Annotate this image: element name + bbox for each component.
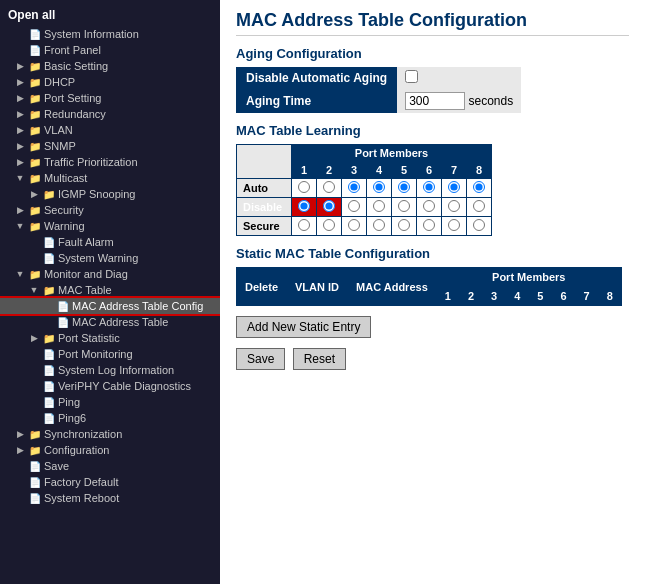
doc-icon: 📄: [29, 461, 41, 472]
port-num-8: 8: [467, 162, 492, 179]
doc-icon: 📄: [57, 301, 69, 312]
sidebar-item-save[interactable]: 📄Save: [0, 458, 220, 474]
sidebar-item-label: Ping: [58, 396, 80, 408]
folder-icon: 📁: [29, 269, 41, 280]
doc-icon: 📄: [43, 237, 55, 248]
sidebar-item-system-reboot[interactable]: 📄System Reboot: [0, 490, 220, 506]
sidebar-open-all[interactable]: Open all: [0, 4, 220, 26]
auto-port1-radio[interactable]: [298, 181, 310, 193]
sidebar-item-label: Save: [44, 460, 69, 472]
port-num-7: 7: [442, 162, 467, 179]
sidebar-item-veriphy[interactable]: 📄VeriPHY Cable Diagnostics: [0, 378, 220, 394]
sidebar-item-system-warning[interactable]: 📄System Warning: [0, 250, 220, 266]
sidebar-item-port-setting[interactable]: ▶📁Port Setting: [0, 90, 220, 106]
aging-time-input[interactable]: [405, 92, 465, 110]
auto-port2-radio[interactable]: [323, 181, 335, 193]
secure-port7-radio[interactable]: [448, 219, 460, 231]
auto-label: Auto: [237, 179, 292, 198]
add-entry-button[interactable]: Add New Static Entry: [236, 316, 371, 338]
sidebar-item-mac-addr-table-config[interactable]: 📄MAC Address Table Config: [0, 298, 220, 314]
sidebar-item-front-panel[interactable]: 📄Front Panel: [0, 42, 220, 58]
save-button[interactable]: Save: [236, 348, 285, 370]
sidebar-item-synchronization[interactable]: ▶📁Synchronization: [0, 426, 220, 442]
disable-port5-radio[interactable]: [398, 200, 410, 212]
sidebar-item-warning[interactable]: ▼📁Warning: [0, 218, 220, 234]
sidebar-item-port-statistic[interactable]: ▶📁Port Statistic: [0, 330, 220, 346]
disable-port7-radio[interactable]: [448, 200, 460, 212]
disable-port6-radio[interactable]: [423, 200, 435, 212]
auto-port7-radio[interactable]: [448, 181, 460, 193]
sidebar-item-redundancy[interactable]: ▶📁Redundancy: [0, 106, 220, 122]
disable-port2-radio[interactable]: [323, 200, 335, 212]
sidebar-item-snmp[interactable]: ▶📁SNMP: [0, 138, 220, 154]
folder-icon: 📁: [29, 109, 41, 120]
sidebar-item-traffic-prio[interactable]: ▶📁Traffic Prioritization: [0, 154, 220, 170]
sidebar-item-dhcp[interactable]: ▶📁DHCP: [0, 74, 220, 90]
sidebar-item-vlan[interactable]: ▶📁VLAN: [0, 122, 220, 138]
disable-port1-radio[interactable]: [298, 200, 310, 212]
sidebar-item-ping6[interactable]: 📄Ping6: [0, 410, 220, 426]
sidebar-item-label: MAC Address Table: [72, 316, 168, 328]
disable-aging-label: Disable Automatic Aging: [236, 67, 397, 89]
disable-port3-radio[interactable]: [348, 200, 360, 212]
expand-icon: ▶: [14, 445, 26, 455]
expand-icon: ▶: [14, 61, 26, 71]
sidebar-item-system-info[interactable]: 📄System Information: [0, 26, 220, 42]
sidebar-item-basic-setting[interactable]: ▶📁Basic Setting: [0, 58, 220, 74]
secure-port3-radio[interactable]: [348, 219, 360, 231]
auto-port3-radio[interactable]: [348, 181, 360, 193]
secure-port1-radio[interactable]: [298, 219, 310, 231]
secure-port8-radio[interactable]: [473, 219, 485, 231]
aging-time-value: seconds: [397, 89, 521, 113]
auto-port6-radio[interactable]: [423, 181, 435, 193]
static-port-8: 8: [598, 287, 621, 306]
sidebar-item-fault-alarm[interactable]: 📄Fault Alarm: [0, 234, 220, 250]
static-vlan-header: VLAN ID: [287, 268, 348, 306]
disable-label: Disable: [237, 198, 292, 217]
learning-section-title: MAC Table Learning: [236, 123, 629, 138]
static-delete-header: Delete: [237, 268, 287, 306]
sidebar-item-multicast[interactable]: ▼📁Multicast: [0, 170, 220, 186]
folder-icon: 📁: [29, 445, 41, 456]
sidebar-item-mac-addr-table[interactable]: 📄MAC Address Table: [0, 314, 220, 330]
secure-port6-radio[interactable]: [423, 219, 435, 231]
sidebar-item-security[interactable]: ▶📁Security: [0, 202, 220, 218]
sidebar-item-label: MAC Address Table Config: [72, 300, 203, 312]
learning-disable-row: Disable: [237, 198, 492, 217]
doc-icon: 📄: [43, 349, 55, 360]
auto-port5-radio[interactable]: [398, 181, 410, 193]
expand-icon: ▼: [14, 221, 26, 231]
sidebar-item-port-monitoring[interactable]: 📄Port Monitoring: [0, 346, 220, 362]
sidebar-item-mac-table[interactable]: ▼📁MAC Table: [0, 282, 220, 298]
disable-aging-checkbox[interactable]: [405, 70, 418, 83]
sidebar-item-factory-default[interactable]: 📄Factory Default: [0, 474, 220, 490]
doc-icon: 📄: [29, 493, 41, 504]
secure-port5-radio[interactable]: [398, 219, 410, 231]
folder-icon: 📁: [29, 221, 41, 232]
static-port-7: 7: [575, 287, 598, 306]
folder-icon: 📁: [29, 173, 41, 184]
static-mac-header: MAC Address: [348, 268, 437, 306]
sidebar-item-configuration[interactable]: ▶📁Configuration: [0, 442, 220, 458]
reset-button[interactable]: Reset: [293, 348, 346, 370]
folder-icon: 📁: [29, 125, 41, 136]
expand-icon: ▶: [28, 333, 40, 343]
secure-port4-radio[interactable]: [373, 219, 385, 231]
add-entry-container: Add New Static Entry: [236, 312, 629, 338]
sidebar-item-ping[interactable]: 📄Ping: [0, 394, 220, 410]
static-port-4: 4: [506, 287, 529, 306]
disable-port4-radio[interactable]: [373, 200, 385, 212]
auto-port8-radio[interactable]: [473, 181, 485, 193]
sidebar-item-label: MAC Table: [58, 284, 112, 296]
disable-port8-radio[interactable]: [473, 200, 485, 212]
folder-icon: 📁: [29, 61, 41, 72]
aging-time-row: Aging Time seconds: [236, 89, 521, 113]
expand-icon: ▶: [14, 205, 26, 215]
sidebar-item-igmp-snooping[interactable]: ▶📁IGMP Snooping: [0, 186, 220, 202]
folder-icon: 📁: [29, 429, 41, 440]
sidebar-item-monitor-diag[interactable]: ▼📁Monitor and Diag: [0, 266, 220, 282]
auto-port4-radio[interactable]: [373, 181, 385, 193]
sidebar-item-system-log-info[interactable]: 📄System Log Information: [0, 362, 220, 378]
secure-port2-radio[interactable]: [323, 219, 335, 231]
static-port-3: 3: [483, 287, 506, 306]
